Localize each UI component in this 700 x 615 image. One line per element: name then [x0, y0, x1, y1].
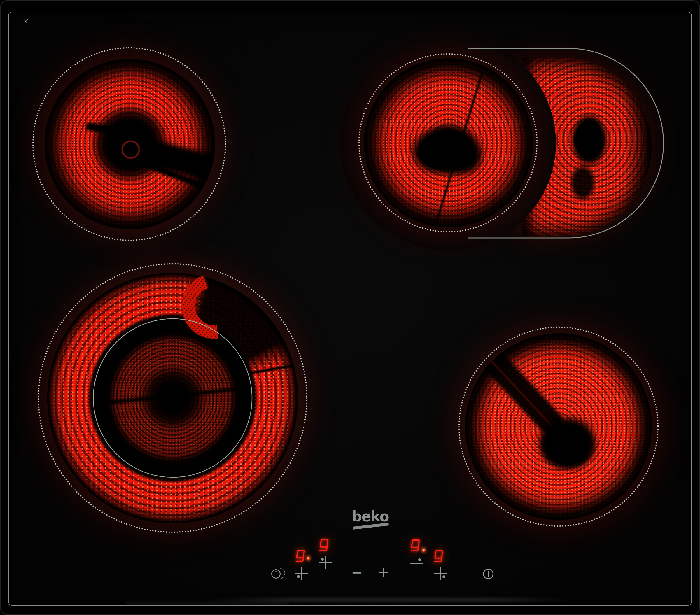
zone-select-back-left[interactable]	[319, 556, 333, 569]
zone-select-back-right[interactable]	[410, 557, 423, 570]
display-value: 9	[435, 550, 436, 551]
dual-zone-inner-ring	[273, 571, 278, 577]
display-value: 9	[297, 550, 297, 550]
glass-corner-mark: k	[24, 17, 28, 25]
dual-zone-icon[interactable]	[271, 567, 286, 580]
power-icon[interactable]	[483, 569, 493, 579]
burner-back-right	[364, 58, 533, 227]
display-back-right: 9	[410, 539, 420, 551]
zone-position-dot	[418, 558, 421, 561]
burner-front-right	[465, 333, 652, 520]
hob-scene: k beko − + 9	[0, 0, 700, 615]
coil-center-ring	[122, 140, 140, 159]
coil-shadow	[108, 387, 237, 404]
zone-select-front-left[interactable]	[295, 567, 309, 580]
display-dp-0	[307, 557, 310, 560]
display-front-left: 9	[296, 550, 305, 562]
burner-front-left-inner	[105, 330, 240, 466]
display-back-left: 9	[319, 539, 328, 551]
display-front-right: 9	[434, 550, 443, 562]
coil-shadow	[540, 418, 595, 467]
zone-position-dot	[321, 558, 324, 561]
burner-back-left	[45, 59, 215, 229]
minus-button[interactable]: −	[351, 566, 363, 579]
zone-select-front-right[interactable]	[434, 567, 447, 580]
power-bar	[488, 571, 489, 577]
plus-button[interactable]: +	[378, 565, 389, 579]
ceramic-hob: k beko − + 9	[0, 0, 700, 615]
glass-reflection	[125, 602, 289, 604]
brand-logo-text: beko	[352, 510, 392, 524]
glass-reflection	[204, 598, 572, 602]
coil-shadow	[489, 358, 555, 429]
coil-shadow	[85, 122, 134, 138]
zone-position-dot	[442, 575, 445, 578]
coil-shadow	[248, 363, 298, 375]
brand-logo: beko	[352, 510, 392, 524]
coil-shadow	[418, 115, 491, 184]
zone-position-dot	[297, 575, 300, 578]
display-dp-2	[422, 549, 425, 552]
